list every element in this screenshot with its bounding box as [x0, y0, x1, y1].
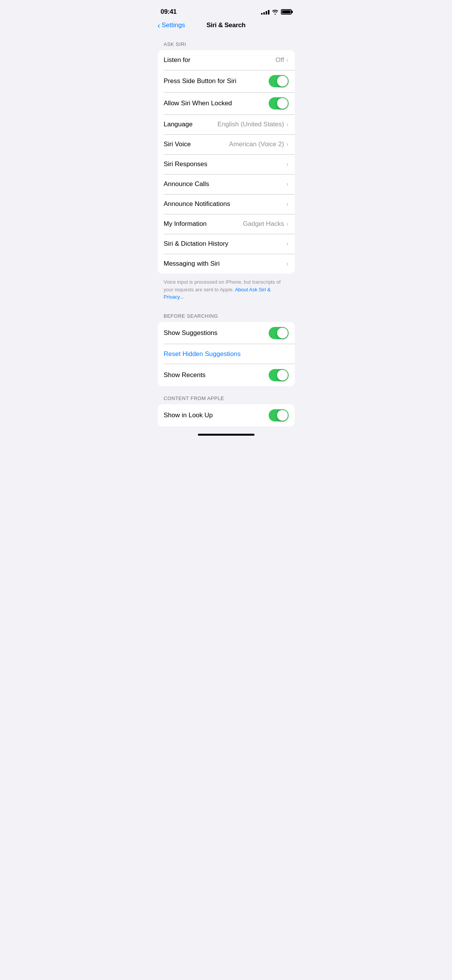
press-side-button-label: Press Side Button for Siri: [164, 77, 237, 85]
language-row[interactable]: Language English (United States) ›: [158, 114, 295, 134]
show-in-look-up-label: Show in Look Up: [164, 412, 213, 419]
siri-responses-chevron-icon: ›: [286, 161, 288, 168]
ask-siri-footer: Voice input is processed on iPhone, but …: [152, 274, 301, 307]
listen-for-label: Listen for: [164, 56, 191, 64]
announce-notifications-label: Announce Notifications: [164, 200, 230, 208]
ask-siri-card: Listen for Off › Press Side Button for S…: [158, 50, 295, 274]
toggle-thumb: [277, 370, 288, 381]
siri-dictation-history-right: ›: [286, 240, 288, 247]
siri-voice-value: American (Voice 2): [229, 140, 284, 148]
my-information-chevron-icon: ›: [286, 220, 288, 227]
reset-hidden-suggestions-link[interactable]: Reset Hidden Suggestions: [164, 350, 241, 358]
home-indicator: [198, 434, 255, 436]
my-information-label: My Information: [164, 220, 207, 228]
wifi-icon: [272, 9, 279, 15]
allow-siri-locked-label: Allow Siri When Locked: [164, 100, 232, 107]
show-recents-toggle[interactable]: [269, 369, 289, 381]
show-suggestions-row[interactable]: Show Suggestions: [158, 322, 295, 344]
press-side-button-row[interactable]: Press Side Button for Siri: [158, 70, 295, 92]
siri-responses-label: Siri Responses: [164, 160, 207, 168]
language-chevron-icon: ›: [286, 121, 288, 128]
toggle-thumb: [277, 328, 288, 338]
siri-voice-label: Siri Voice: [164, 140, 191, 148]
announce-notifications-row[interactable]: Announce Notifications ›: [158, 194, 295, 214]
toggle-thumb: [277, 76, 288, 87]
toggle-thumb: [277, 410, 288, 421]
siri-dictation-history-label: Siri & Dictation History: [164, 240, 228, 248]
toggle-thumb: [277, 98, 288, 109]
show-recents-row[interactable]: Show Recents: [158, 364, 295, 386]
show-suggestions-toggle[interactable]: [269, 327, 289, 339]
status-icons: [261, 9, 292, 15]
announce-notifications-chevron-icon: ›: [286, 201, 288, 207]
content-from-apple-card: Show in Look Up: [158, 404, 295, 426]
show-recents-label: Show Recents: [164, 371, 206, 379]
press-side-button-toggle[interactable]: [269, 75, 289, 87]
before-searching-card: Show Suggestions Reset Hidden Suggestion…: [158, 322, 295, 386]
battery-icon: [281, 9, 292, 15]
show-in-look-up-toggle[interactable]: [269, 409, 289, 421]
siri-responses-right: ›: [286, 161, 288, 168]
siri-voice-chevron-icon: ›: [286, 141, 288, 148]
my-information-row[interactable]: My Information Gadget Hacks ›: [158, 214, 295, 234]
siri-dictation-history-chevron-icon: ›: [286, 240, 288, 247]
announce-notifications-right: ›: [286, 201, 288, 207]
messaging-with-siri-row[interactable]: Messaging with Siri ›: [158, 254, 295, 274]
status-bar: 09:41: [152, 0, 301, 18]
before-searching-section-label: BEFORE SEARCHING: [152, 313, 301, 322]
listen-for-row[interactable]: Listen for Off ›: [158, 50, 295, 70]
siri-voice-row[interactable]: Siri Voice American (Voice 2) ›: [158, 134, 295, 154]
nav-header: ‹ Settings Siri & Search: [152, 18, 301, 35]
siri-dictation-history-row[interactable]: Siri & Dictation History ›: [158, 234, 295, 254]
siri-voice-right: American (Voice 2) ›: [229, 140, 289, 148]
signal-bars-icon: [261, 9, 269, 15]
content-from-apple-section-label: CONTENT FROM APPLE: [152, 395, 301, 404]
reset-hidden-suggestions-row[interactable]: Reset Hidden Suggestions: [158, 344, 295, 364]
back-button-label: Settings: [162, 21, 185, 29]
listen-for-chevron-icon: ›: [286, 57, 288, 64]
my-information-right: Gadget Hacks ›: [243, 220, 288, 228]
page-title: Siri & Search: [207, 21, 246, 29]
listen-for-value: Off: [276, 56, 284, 64]
language-label: Language: [164, 121, 193, 128]
messaging-with-siri-chevron-icon: ›: [286, 260, 288, 267]
allow-siri-locked-toggle[interactable]: [269, 97, 289, 109]
announce-calls-row[interactable]: Announce Calls ›: [158, 174, 295, 194]
language-value: English (United States): [217, 121, 284, 128]
messaging-with-siri-right: ›: [286, 260, 288, 267]
announce-calls-chevron-icon: ›: [286, 181, 288, 188]
allow-siri-locked-row[interactable]: Allow Siri When Locked: [158, 92, 295, 114]
announce-calls-right: ›: [286, 181, 288, 188]
language-right: English (United States) ›: [217, 121, 288, 128]
announce-calls-label: Announce Calls: [164, 180, 209, 188]
show-in-look-up-row[interactable]: Show in Look Up: [158, 404, 295, 426]
siri-responses-row[interactable]: Siri Responses ›: [158, 154, 295, 174]
show-suggestions-label: Show Suggestions: [164, 329, 218, 337]
listen-for-right: Off ›: [276, 56, 289, 64]
messaging-with-siri-label: Messaging with Siri: [164, 260, 220, 268]
back-button[interactable]: ‹ Settings: [158, 21, 185, 29]
back-chevron-icon: ‹: [158, 21, 160, 29]
status-time: 09:41: [161, 8, 177, 16]
ask-siri-section-label: ASK SIRI: [152, 41, 301, 50]
my-information-value: Gadget Hacks: [243, 220, 284, 228]
